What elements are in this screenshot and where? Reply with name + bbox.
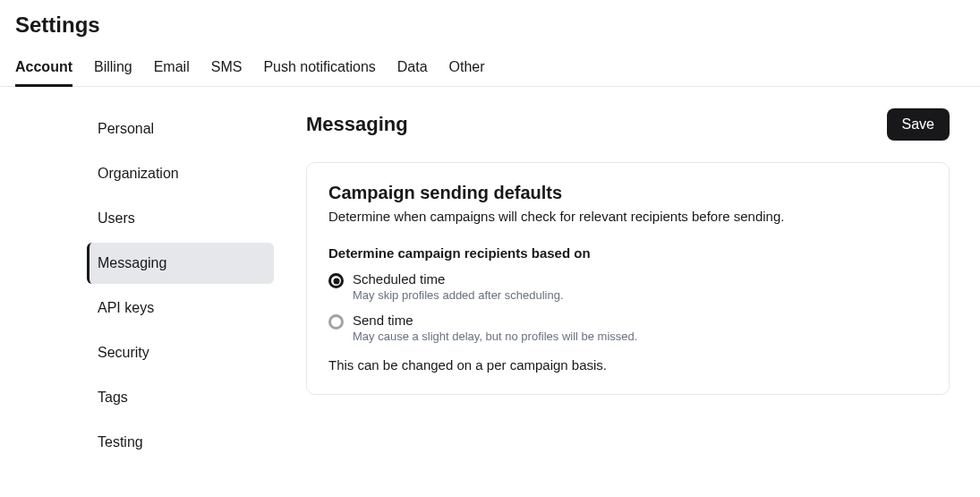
sidebar-item-organization[interactable]: Organization	[87, 153, 274, 194]
radio-label: Scheduled time	[353, 271, 564, 287]
tab-email[interactable]: Email	[154, 50, 190, 87]
card-subtext: Determine when campaigns will check for …	[328, 209, 927, 224]
sidebar-item-personal[interactable]: Personal	[87, 108, 274, 150]
save-button[interactable]: Save	[887, 108, 950, 141]
card-title: Campaign sending defaults	[328, 183, 927, 203]
radio-circle-icon	[328, 314, 344, 330]
sidebar-item-tags[interactable]: Tags	[87, 377, 274, 418]
sidebar: Personal Organization Users Messaging AP…	[0, 108, 274, 467]
sidebar-item-messaging[interactable]: Messaging	[87, 243, 274, 284]
radio-send-time[interactable]: Send time May cause a slight delay, but …	[328, 313, 927, 343]
radio-desc: May cause a slight delay, but no profile…	[353, 330, 637, 343]
radio-scheduled-time[interactable]: Scheduled time May skip profiles added a…	[328, 271, 927, 302]
tab-other[interactable]: Other	[449, 50, 485, 87]
radio-desc: May skip profiles added after scheduling…	[353, 288, 564, 302]
main-panel: Messaging Save Campaign sending defaults…	[274, 108, 980, 467]
tab-data[interactable]: Data	[397, 50, 428, 87]
field-label: Determine campaign recipients based on	[328, 245, 927, 261]
section-title: Messaging	[306, 113, 408, 136]
settings-tabs: Account Billing Email SMS Push notificat…	[0, 50, 980, 87]
sidebar-item-security[interactable]: Security	[87, 332, 274, 373]
tab-sms[interactable]: SMS	[211, 50, 243, 87]
sidebar-item-api-keys[interactable]: API keys	[87, 287, 274, 329]
tab-push-notifications[interactable]: Push notifications	[263, 50, 375, 87]
card-note: This can be changed on a per campaign ba…	[328, 357, 927, 373]
page-title: Settings	[15, 11, 965, 39]
tab-billing[interactable]: Billing	[94, 50, 132, 87]
radio-label: Send time	[353, 313, 637, 328]
sidebar-item-testing[interactable]: Testing	[87, 422, 274, 463]
sidebar-item-users[interactable]: Users	[87, 198, 274, 239]
radio-circle-selected-icon	[328, 273, 344, 288]
campaign-defaults-card: Campaign sending defaults Determine when…	[306, 162, 950, 395]
tab-account[interactable]: Account	[15, 50, 72, 87]
